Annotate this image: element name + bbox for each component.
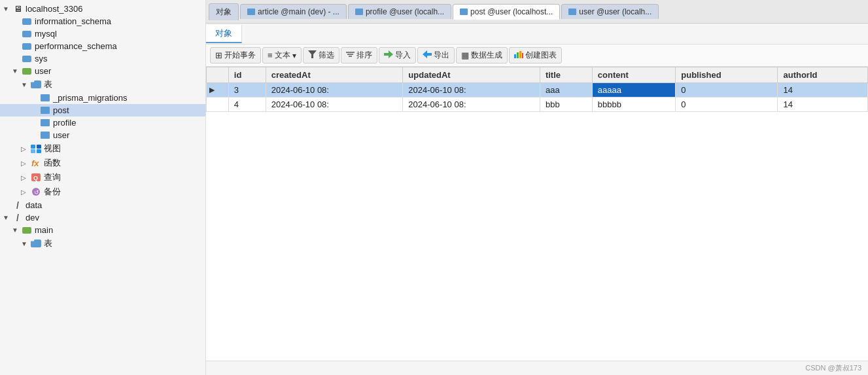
cell-published[interactable]: 0 (676, 98, 778, 112)
sidebar-label-info-schema: information_schema (35, 16, 111, 26)
row-arrow (207, 98, 229, 112)
sidebar: ▼ 🖥 localhost_3306 information_schema my… (0, 0, 206, 375)
table-header-row: id createdAt updatedAt title content pub… (207, 67, 868, 83)
arrow-mysql (12, 30, 21, 37)
action-bar: ⊞ 开始事务 ≡ 文本 ▾ 筛选 排序 导入 (206, 45, 868, 67)
import-icon (384, 50, 393, 60)
svg-marker-14 (423, 50, 432, 58)
cell-authorId[interactable]: 14 (778, 98, 868, 112)
import-label: 导入 (395, 50, 411, 61)
obj-bar: 对象 (206, 24, 868, 45)
tab-post-label: post @user (localhost... (470, 7, 553, 16)
sort-button[interactable]: 排序 (341, 47, 377, 63)
cell-title[interactable]: aaa (540, 83, 592, 98)
tab-post[interactable]: post @user (localhost... (453, 4, 560, 20)
sidebar-label-prisma: _prisma_migrations (53, 93, 127, 103)
th-published[interactable]: published (676, 67, 778, 83)
sidebar-item-views[interactable]: ▷ 视图 (0, 141, 205, 156)
th-content[interactable]: content (592, 67, 675, 83)
tab-user-label: user @user (localh... (579, 7, 651, 16)
table-icon-profile (39, 118, 51, 128)
sort-label: 排序 (356, 50, 372, 61)
arrow-user-table (30, 132, 39, 139)
th-updated-at[interactable]: updatedAt (403, 67, 540, 83)
cell-updatedAt[interactable]: 2024-06-10 08: (403, 98, 540, 112)
sidebar-item-user-table[interactable]: user (0, 129, 205, 141)
begin-tx-button[interactable]: ⊞ 开始事务 (210, 47, 261, 63)
sidebar-label-views: 视图 (44, 143, 61, 154)
th-id[interactable]: id (228, 67, 266, 83)
sidebar-item-data[interactable]: / data (0, 199, 205, 211)
arrow-profile (30, 119, 39, 126)
sidebar-item-main[interactable]: ▼ main (0, 224, 205, 236)
sidebar-label-main-tables: 表 (44, 238, 52, 249)
cell-content[interactable]: bbbbb (592, 98, 675, 112)
db-icon-mysql (21, 29, 33, 39)
sidebar-item-post[interactable]: post (0, 104, 205, 116)
export-button[interactable]: 导出 (417, 47, 455, 63)
sidebar-item-profile[interactable]: profile (0, 116, 205, 129)
tab-obj[interactable]: 对象 (209, 3, 239, 20)
sidebar-item-funcs[interactable]: ▷ fx 函数 (0, 156, 205, 170)
cell-createdAt[interactable]: 2024-06-10 08: (266, 98, 403, 112)
sidebar-label-user-db: user (35, 66, 51, 76)
sidebar-item-sys[interactable]: sys (0, 52, 205, 65)
tab-obj-label: 对象 (216, 7, 232, 18)
cell-createdAt[interactable]: 2024-06-10 08: (266, 83, 403, 98)
tab-article[interactable]: article @main (dev) - ... (240, 4, 347, 19)
tab-post-icon (460, 9, 468, 15)
table-row[interactable]: ▶32024-06-10 08:2024-06-10 08:aaaaaaaa01… (207, 83, 868, 98)
import-button[interactable]: 导入 (379, 47, 416, 63)
db-icon-info (21, 17, 33, 26)
sidebar-item-user-db[interactable]: ▼ user (0, 65, 205, 77)
sidebar-item-perf-schema[interactable]: performance_schema (0, 40, 205, 52)
sidebar-item-queries[interactable]: ▷ Q 查询 (0, 170, 205, 185)
obj-tab-object[interactable]: 对象 (206, 25, 242, 43)
cell-content[interactable]: aaaaa (592, 83, 675, 98)
svg-rect-15 (514, 54, 516, 58)
th-author-id[interactable]: authorId (778, 67, 868, 83)
cell-id[interactable]: 4 (228, 98, 266, 112)
svg-rect-1 (37, 145, 41, 149)
cell-id[interactable]: 3 (228, 83, 266, 98)
sidebar-item-backup[interactable]: ▷ ↺ 备份 (0, 185, 205, 199)
th-title[interactable]: title (540, 67, 592, 83)
db-icon-perf (21, 42, 33, 51)
sidebar-item-mysql[interactable]: mysql (0, 27, 205, 40)
server-icon: 🖥 (12, 5, 24, 14)
th-arrow (207, 67, 229, 83)
func-icon: fx (30, 158, 42, 168)
datagen-label: 数据生成 (471, 50, 502, 61)
th-created-at[interactable]: createdAt (266, 67, 403, 83)
arrow-queries: ▷ (21, 174, 30, 181)
svg-text:fx: fx (31, 158, 39, 168)
sidebar-label-user-table: user (53, 130, 69, 140)
tab-profile[interactable]: profile @user (localh... (348, 4, 451, 19)
arrow-views: ▷ (21, 145, 30, 152)
sidebar-item-main-tables[interactable]: ▼ 表 (0, 236, 205, 251)
sidebar-label-user-tables: 表 (44, 79, 52, 90)
datagen-button[interactable]: ▦ 数据生成 (456, 47, 508, 63)
cell-title[interactable]: bbb (540, 98, 592, 112)
arrow-data (3, 202, 12, 209)
svg-rect-3 (37, 149, 41, 153)
sidebar-item-prisma-migrations[interactable]: _prisma_migrations (0, 92, 205, 104)
sidebar-item-localhost[interactable]: ▼ 🖥 localhost_3306 (0, 3, 205, 15)
table-row[interactable]: 42024-06-10 08:2024-06-10 08:bbbbbbbb014 (207, 98, 868, 112)
text-label: 文本 (275, 50, 290, 61)
sidebar-item-info-schema[interactable]: information_schema (0, 15, 205, 27)
export-icon (423, 50, 432, 60)
cell-published[interactable]: 0 (676, 83, 778, 98)
sidebar-item-user-tables[interactable]: ▼ 表 (0, 77, 205, 92)
tab-user[interactable]: user @user (localh... (561, 4, 659, 19)
sidebar-label-perf-schema: performance_schema (35, 41, 117, 51)
filter-button[interactable]: 筛选 (303, 47, 339, 63)
export-label: 导出 (434, 50, 449, 61)
arrow-prisma (30, 94, 39, 101)
cell-authorId[interactable]: 14 (778, 83, 868, 98)
sidebar-item-dev[interactable]: ▼ / dev (0, 211, 205, 224)
cell-updatedAt[interactable]: 2024-06-10 08: (403, 83, 540, 98)
table-icon-prisma (39, 94, 51, 103)
create-chart-button[interactable]: 创建图表 (509, 47, 562, 63)
text-button[interactable]: ≡ 文本 ▾ (262, 47, 302, 63)
